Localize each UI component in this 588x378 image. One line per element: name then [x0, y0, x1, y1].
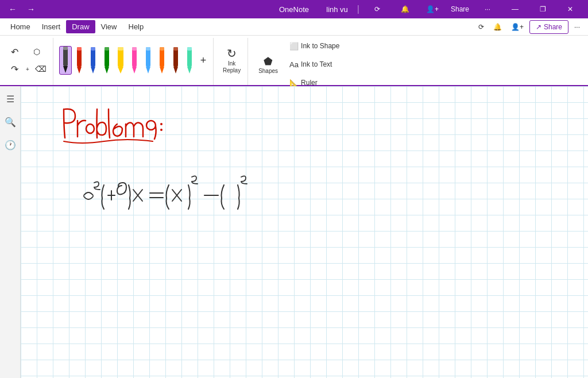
menu-draw[interactable]: Draw: [66, 20, 95, 33]
separator: |: [357, 4, 359, 14]
svg-marker-28: [187, 67, 192, 74]
pen-yellow[interactable]: [114, 46, 127, 75]
forward-button[interactable]: →: [23, 1, 39, 17]
close-button[interactable]: ✕: [557, 0, 583, 18]
titlebar-left: ← →: [5, 1, 39, 17]
share-ribbon-button[interactable]: ↗ Share: [529, 20, 568, 34]
svg-point-30: [86, 124, 94, 133]
user-name: linh vu: [326, 5, 348, 14]
svg-marker-13: [118, 67, 123, 74]
minimize-button[interactable]: —: [502, 0, 528, 18]
pen-cyan[interactable]: [142, 46, 154, 75]
svg-rect-5: [77, 47, 82, 51]
ink-to-text-icon: Aa: [289, 60, 299, 69]
svg-marker-19: [146, 67, 150, 74]
shapes-icon: ⬟: [264, 55, 273, 68]
pen-orange[interactable]: [156, 46, 168, 75]
ink-replay-icon: ↻: [227, 47, 237, 60]
svg-marker-25: [173, 67, 178, 74]
undo-button[interactable]: ↶: [8, 44, 21, 60]
pen-teal[interactable]: [183, 46, 196, 75]
eraser-button[interactable]: ⌫: [32, 61, 49, 77]
redo-button[interactable]: ↷: [8, 61, 21, 77]
ink-replay-label: InkReplay: [223, 60, 241, 74]
ribbon: ↶ ↷ ⬡ + ⌫: [0, 36, 588, 86]
ribbon-right-icons: ⟳ 🔔 👤+ ↗ Share ···: [475, 20, 583, 34]
menu-bar: Home Insert Draw View Help ⟳ 🔔 👤+ ↗ Shar…: [0, 18, 588, 36]
menu-home[interactable]: Home: [5, 20, 36, 33]
ribbon-group-ink-replay: ↻ InkReplay: [216, 38, 248, 85]
pen-dark[interactable]: [169, 46, 182, 75]
svg-rect-23: [160, 47, 164, 51]
svg-point-31: [146, 121, 156, 130]
svg-marker-7: [91, 67, 95, 74]
drawing-tools-content: ⬟ Shapes ⬜ Ink to Shape Aa Ink to Text 📐…: [254, 38, 344, 93]
svg-rect-8: [91, 47, 95, 51]
add-people-ribbon-button[interactable]: 👤+: [508, 21, 527, 33]
notifications-ribbon-button[interactable]: 🔔: [490, 21, 505, 33]
back-button[interactable]: ←: [5, 1, 21, 17]
canvas-area[interactable]: [21, 86, 588, 378]
more-ribbon-button[interactable]: ···: [571, 21, 583, 33]
equation-handwriting: [84, 176, 247, 209]
pen-pink[interactable]: [128, 46, 141, 75]
more-title-button[interactable]: ···: [474, 0, 501, 18]
ink-replay-content: ↻ InkReplay: [219, 38, 244, 85]
svg-rect-14: [118, 47, 123, 51]
share-label: Share: [544, 23, 562, 31]
pen-black[interactable]: [59, 46, 72, 75]
pen-red[interactable]: [73, 46, 86, 75]
svg-marker-4: [77, 67, 82, 74]
sidebar-recent-icon[interactable]: 🕐: [2, 137, 18, 153]
svg-marker-16: [132, 67, 137, 74]
svg-marker-1: [63, 66, 68, 73]
svg-rect-26: [173, 47, 178, 51]
shapes-button[interactable]: ⬟ Shapes: [254, 47, 283, 82]
svg-rect-2: [63, 47, 68, 50]
ink-to-shape-button[interactable]: ⬜ Ink to Shape: [285, 38, 344, 54]
ribbon-group-pens: +: [56, 38, 214, 85]
handwriting-layer: [21, 86, 588, 378]
pen-green[interactable]: [100, 46, 113, 75]
share-title-button[interactable]: Share: [447, 0, 473, 18]
sidebar-notebooks-icon[interactable]: ☰: [2, 91, 18, 107]
restore-button[interactable]: ❐: [529, 0, 556, 18]
notifications-button[interactable]: 🔔: [392, 0, 418, 18]
lasso-select-button[interactable]: ⬡: [24, 44, 49, 60]
eraser-plus-button[interactable]: +: [24, 61, 32, 77]
svg-point-33: [160, 129, 163, 131]
title-bar: ← → OneNote linh vu | ⟳ 🔔 👤+ Share ··· —…: [0, 0, 588, 18]
ink-to-shape-label: Ink to Shape: [301, 42, 339, 50]
ink-to-text-label: Ink to Text: [301, 60, 332, 68]
ruler-label: Ruler: [301, 79, 318, 87]
svg-rect-20: [146, 47, 150, 51]
share-icon: ↗: [536, 23, 541, 31]
ink-to-shape-icon: ⬜: [289, 42, 299, 51]
menu-view[interactable]: View: [95, 20, 123, 33]
sidebar: ☰ 🔍 🕐: [0, 86, 21, 378]
add-pen-button[interactable]: +: [197, 46, 210, 75]
ribbon-group-drawing-tools: ⬟ Shapes ⬜ Ink to Shape Aa Ink to Text 📐…: [250, 38, 347, 85]
ribbon-history-content: ↶ ↷ ⬡ + ⌫: [8, 38, 49, 85]
menu-insert[interactable]: Insert: [36, 20, 67, 33]
ink-to-text-button[interactable]: Aa Ink to Text: [285, 56, 344, 72]
pen-blue[interactable]: [87, 46, 99, 75]
add-people-button[interactable]: 👤+: [419, 0, 446, 18]
titlebar-right: linh vu | ⟳ 🔔 👤+ Share ··· — ❐ ✕: [326, 0, 583, 18]
svg-marker-22: [160, 67, 164, 74]
shapes-label: Shapes: [258, 68, 278, 74]
svg-rect-11: [105, 47, 109, 51]
svg-rect-17: [132, 47, 137, 51]
sidebar-search-icon[interactable]: 🔍: [2, 114, 18, 130]
pen-tools-content: +: [59, 38, 210, 85]
sync-button[interactable]: ⟳: [364, 0, 390, 18]
svg-point-32: [160, 123, 163, 125]
svg-rect-29: [187, 47, 192, 51]
sync-ribbon-button[interactable]: ⟳: [475, 21, 488, 33]
title-handwriting: [64, 109, 163, 143]
menu-help[interactable]: Help: [123, 20, 150, 33]
ribbon-group-history: ↶ ↷ ⬡ + ⌫: [5, 38, 53, 85]
ink-replay-button[interactable]: ↻ InkReplay: [219, 43, 244, 78]
svg-marker-10: [105, 67, 109, 74]
app-title: OneNote: [279, 5, 309, 14]
